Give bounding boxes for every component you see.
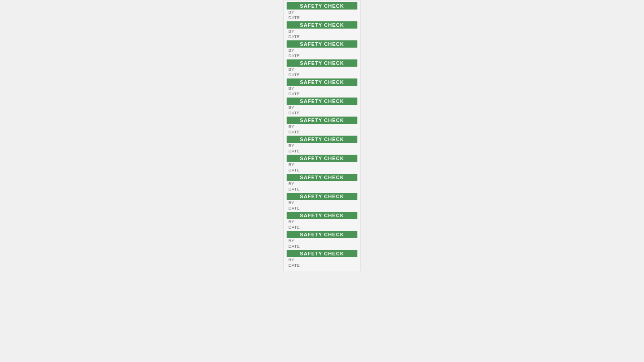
label-card: SAFETY CHECKBYDATE (287, 212, 357, 230)
label-by-field: BY (287, 143, 357, 148)
label-by-field: BY (287, 257, 357, 263)
label-by-field: BY (287, 162, 357, 167)
label-by-field: BY (287, 48, 357, 53)
label-card: SAFETY CHECKBYDATE (287, 117, 357, 135)
label-date-field: DATE (287, 148, 357, 154)
label-date-field: DATE (287, 167, 357, 173)
label-by-field: BY (287, 181, 357, 186)
page-container: SAFETY CHECKBYDATESAFETY CHECKBYDATESAFE… (0, 0, 644, 362)
label-date-field: DATE (287, 34, 357, 39)
label-card: SAFETY CHECKBYDATE (287, 136, 357, 154)
label-by-field: BY (287, 238, 357, 244)
label-date-field: DATE (287, 53, 357, 59)
label-header: SAFETY CHECK (287, 174, 357, 181)
label-card: SAFETY CHECKBYDATE (287, 174, 357, 192)
label-header: SAFETY CHECK (287, 78, 357, 86)
label-header: SAFETY CHECK (287, 40, 357, 48)
label-header: SAFETY CHECK (287, 212, 357, 219)
label-header: SAFETY CHECK (287, 2, 357, 10)
label-date-field: DATE (287, 225, 357, 230)
label-header: SAFETY CHECK (287, 250, 357, 257)
label-date-field: DATE (287, 129, 357, 135)
label-by-field: BY (287, 124, 357, 129)
label-header: SAFETY CHECK (287, 193, 357, 200)
label-header: SAFETY CHECK (287, 136, 357, 143)
label-date-field: DATE (287, 15, 357, 20)
label-card: SAFETY CHECKBYDATE (287, 250, 357, 268)
label-card: SAFETY CHECKBYDATE (287, 193, 357, 211)
label-by-field: BY (287, 29, 357, 34)
label-by-field: BY (287, 105, 357, 110)
label-card: SAFETY CHECKBYDATE (287, 78, 357, 97)
label-date-field: DATE (287, 110, 357, 116)
label-date-field: DATE (287, 186, 357, 192)
label-header: SAFETY CHECK (287, 98, 357, 105)
label-date-field: DATE (287, 91, 357, 97)
label-date-field: DATE (287, 244, 357, 249)
label-card: SAFETY CHECKBYDATE (287, 231, 357, 249)
label-card: SAFETY CHECKBYDATE (287, 2, 357, 20)
label-by-field: BY (287, 219, 357, 225)
label-header: SAFETY CHECK (287, 21, 357, 29)
label-header: SAFETY CHECK (287, 117, 357, 124)
label-card: SAFETY CHECKBYDATE (287, 98, 357, 116)
label-by-field: BY (287, 10, 357, 15)
label-date-field: DATE (287, 205, 357, 211)
label-sheet: SAFETY CHECKBYDATESAFETY CHECKBYDATESAFE… (283, 0, 361, 271)
label-date-field: DATE (287, 72, 357, 78)
label-by-field: BY (287, 67, 357, 72)
label-by-field: BY (287, 200, 357, 205)
label-by-field: BY (287, 86, 357, 91)
label-header: SAFETY CHECK (287, 231, 357, 238)
label-card: SAFETY CHECKBYDATE (287, 40, 357, 59)
label-card: SAFETY CHECKBYDATE (287, 155, 357, 173)
label-header: SAFETY CHECK (287, 155, 357, 162)
label-card: SAFETY CHECKBYDATE (287, 59, 357, 78)
label-date-field: DATE (287, 263, 357, 268)
label-header: SAFETY CHECK (287, 59, 357, 67)
label-card: SAFETY CHECKBYDATE (287, 21, 357, 39)
